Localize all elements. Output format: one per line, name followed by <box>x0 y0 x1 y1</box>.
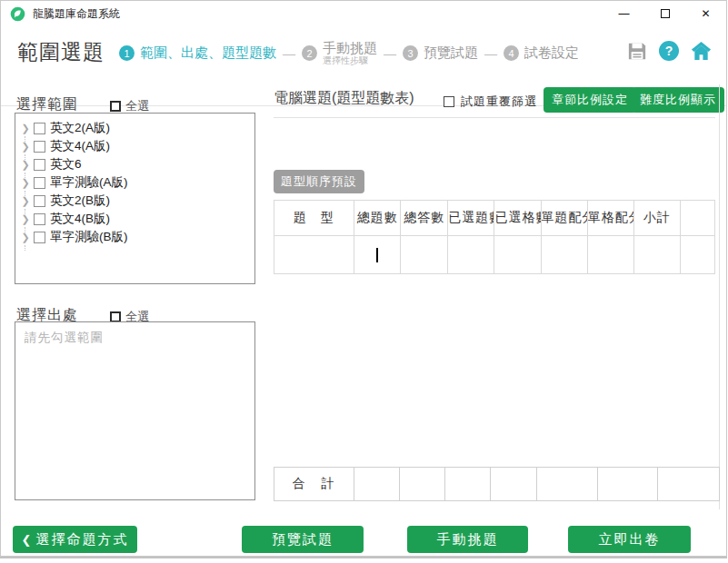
cell-question-type[interactable] <box>274 236 354 274</box>
cell-selected-blanks[interactable] <box>494 236 541 274</box>
tree-item-checkbox[interactable] <box>34 232 45 243</box>
step-3-number: 3 <box>403 45 418 61</box>
step-dash: — <box>484 46 497 61</box>
app-window: 龍騰題庫命題系統 — ✕ 範圍選題 1 範圍、出處、題型題數 — 2 手動挑題 … <box>0 0 727 557</box>
step-4-number: 4 <box>504 45 519 61</box>
table-empty-row <box>274 236 715 274</box>
tree-item-vocab-a[interactable]: ❯ 單字測驗(A版) <box>19 173 251 192</box>
tree-item-checkbox[interactable] <box>34 141 45 153</box>
generate-paper-button[interactable]: 立即出卷 <box>568 526 691 553</box>
cell-total-questions[interactable] <box>354 236 401 274</box>
expand-chevron-icon[interactable]: ❯ <box>19 159 32 171</box>
range-select-all-checkbox[interactable] <box>110 101 121 112</box>
app-title: 龍騰題庫命題系統 <box>33 6 120 22</box>
app-logo-icon <box>10 6 25 22</box>
tree-item-label: 英文4(A版) <box>50 138 110 154</box>
source-placeholder-text: 請先勾選範圍 <box>25 330 245 346</box>
duplicate-filter[interactable]: 試題重覆篩選 <box>444 94 537 110</box>
total-cell <box>491 468 537 501</box>
duplicate-filter-label: 試題重覆篩選 <box>461 94 537 110</box>
right-panel-divider <box>274 117 715 118</box>
minimize-button[interactable]: — <box>603 1 644 26</box>
tree-item-eng2a[interactable]: ❯ 英文2(A版) <box>19 119 251 137</box>
choose-method-back-label: 選擇命題方式 <box>35 531 128 548</box>
total-cell <box>537 468 598 501</box>
step-4-paper-settings[interactable]: 4 試卷設定 <box>504 44 579 62</box>
step-4-label: 試卷設定 <box>524 44 579 62</box>
tree-item-label: 英文4(B版) <box>50 211 110 227</box>
col-header-selected-blanks: 已選格數 <box>494 201 541 236</box>
range-section-title: 選擇範圍 <box>16 95 78 114</box>
total-cell <box>598 468 658 501</box>
maximize-button[interactable] <box>644 1 685 26</box>
right-panel-edge <box>719 84 720 509</box>
expand-chevron-icon[interactable]: ❯ <box>19 123 32 134</box>
table-header-row: 題 型 總題數 總答數 已選題數 已選格數 單題配分 單格配分 小計 <box>274 201 715 236</box>
col-header-total-questions: 總題數 <box>354 201 401 236</box>
stepper: 1 範圍、出處、題型題數 — 2 手動挑題 選擇性步驟 — 3 預覽試題 — 4… <box>119 28 579 78</box>
question-type-table: 題 型 總題數 總答數 已選題數 已選格數 單題配分 單格配分 小計 <box>274 200 715 274</box>
tree-item-checkbox[interactable] <box>34 123 45 134</box>
chapter-ratio-button[interactable]: 章節比例設定 <box>544 87 636 113</box>
computer-selection-title: 電腦選題(題型題數表) <box>274 89 414 108</box>
text-cursor <box>376 248 378 262</box>
step-2-sublabel: 選擇性步驟 <box>323 55 377 65</box>
duplicate-filter-checkbox[interactable] <box>444 96 454 107</box>
cell-points-per-blank[interactable] <box>587 236 633 274</box>
home-icon[interactable] <box>691 41 712 61</box>
expand-chevron-icon[interactable]: ❯ <box>19 213 32 225</box>
step-1-range[interactable]: 1 範圍、出處、題型題數 <box>119 44 276 62</box>
expand-chevron-icon[interactable]: ❯ <box>19 177 32 189</box>
col-header-total-answers: 總答數 <box>401 201 448 236</box>
cell-blank[interactable] <box>680 236 714 274</box>
col-header-points-per-blank: 單格配分 <box>587 201 633 236</box>
tree-item-eng2b[interactable]: ❯ 英文2(B版) <box>19 192 251 210</box>
manual-pick-button[interactable]: 手動挑題 <box>407 526 528 553</box>
titlebar: 龍騰題庫命題系統 — ✕ <box>1 1 726 26</box>
tree-item-checkbox[interactable] <box>34 195 45 207</box>
total-row: 合 計 <box>274 468 720 501</box>
total-cell <box>354 468 400 501</box>
step-2-label: 手動挑題 <box>323 41 377 56</box>
chevron-left-icon: ❮ <box>22 533 32 547</box>
total-row-table: 合 計 <box>274 467 720 501</box>
tree-item-eng4a[interactable]: ❯ 英文4(A版) <box>19 137 251 155</box>
step-2-manual-pick[interactable]: 2 手動挑題 選擇性步驟 <box>302 41 377 66</box>
tree-item-eng6[interactable]: ❯ 英文6 <box>19 155 251 173</box>
save-icon[interactable] <box>627 42 647 61</box>
cell-total-answers[interactable] <box>401 236 448 274</box>
col-header-points-per-question: 單題配分 <box>541 201 587 236</box>
tree-item-checkbox[interactable] <box>34 177 45 189</box>
source-list-box[interactable]: 請先勾選範圍 <box>15 321 255 500</box>
tree-item-vocab-b[interactable]: ❯ 單字測驗(B版) <box>19 228 251 246</box>
col-header-selected-questions: 已選題數 <box>448 201 494 236</box>
total-cell <box>658 468 720 501</box>
tree-item-label: 英文6 <box>50 156 82 173</box>
expand-chevron-icon[interactable]: ❯ <box>19 195 32 207</box>
expand-chevron-icon[interactable]: ❯ <box>19 141 32 153</box>
step-3-preview[interactable]: 3 預覽試題 <box>403 44 478 62</box>
expand-chevron-icon[interactable]: ❯ <box>19 232 32 243</box>
step-1-label: 範圍、出處、題型題數 <box>140 44 276 62</box>
col-header-subtotal: 小計 <box>633 201 680 236</box>
col-header-question-type: 題 型 <box>274 201 354 236</box>
step-2-number: 2 <box>302 45 317 61</box>
step-dash: — <box>384 46 396 61</box>
difficulty-ratio-button[interactable]: 難度比例顯示 <box>632 87 724 113</box>
cell-points-per-question[interactable] <box>541 236 587 274</box>
cell-selected-questions[interactable] <box>448 236 494 274</box>
help-icon[interactable]: ? <box>659 41 679 61</box>
preview-questions-button[interactable]: 預覽試題 <box>242 526 364 553</box>
total-cell <box>445 468 491 501</box>
tree-item-label: 英文2(B版) <box>50 193 110 209</box>
tree-item-eng4b[interactable]: ❯ 英文4(B版) <box>19 210 251 228</box>
close-button[interactable]: ✕ <box>685 1 726 26</box>
tree-item-label: 單字測驗(B版) <box>50 229 128 245</box>
tree-item-label: 英文2(A版) <box>50 120 110 136</box>
choose-method-back-button[interactable]: ❮ 選擇命題方式 <box>13 526 137 553</box>
type-order-preset-button[interactable]: 題型順序預設 <box>274 170 364 193</box>
maximize-icon <box>661 9 670 18</box>
cell-subtotal[interactable] <box>633 236 680 274</box>
tree-item-checkbox[interactable] <box>34 213 45 225</box>
tree-item-checkbox[interactable] <box>34 159 45 171</box>
